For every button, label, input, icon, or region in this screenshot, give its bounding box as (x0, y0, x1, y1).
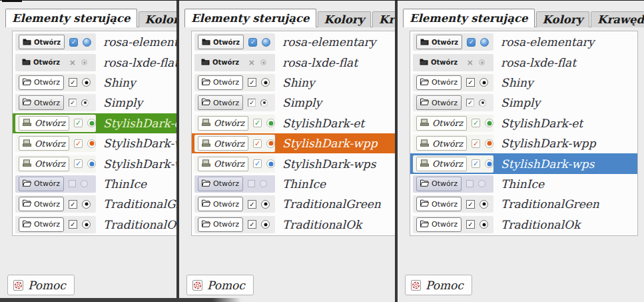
tab-elementy-sterujące[interactable]: Elementy sterujące (5, 9, 137, 27)
theme-radio[interactable] (81, 99, 89, 107)
open-theme-button[interactable]: Otwórz (416, 136, 467, 151)
open-theme-button[interactable]: Otwórz (198, 55, 242, 70)
theme-checkbox[interactable] (466, 220, 475, 229)
theme-radio[interactable] (485, 139, 493, 148)
theme-checkbox[interactable] (69, 78, 77, 87)
theme-checkbox[interactable] (69, 180, 76, 187)
theme-checkbox[interactable] (466, 99, 474, 107)
theme-radio[interactable] (480, 200, 488, 209)
theme-radio[interactable] (485, 119, 493, 127)
open-theme-button[interactable]: Otwórz (198, 35, 244, 49)
theme-radio[interactable] (480, 38, 489, 47)
tab-krawędź-okna[interactable]: Krawędź okna (372, 11, 395, 27)
theme-checkbox[interactable] (247, 58, 256, 67)
theme-radio[interactable] (260, 59, 266, 65)
open-theme-button[interactable]: Otwórz (416, 55, 461, 70)
theme-row[interactable]: OtwórzStylishDark-wpp (192, 133, 395, 153)
theme-checkbox[interactable] (472, 139, 480, 148)
theme-radio[interactable] (261, 78, 270, 87)
theme-list[interactable]: Otwórzrosa-elementaryOtwórzrosa-lxde-fla… (410, 31, 638, 236)
theme-row[interactable]: OtwórzTraditionalGreen (13, 194, 176, 214)
tab-krawędź-okna[interactable]: Krawędź okna (591, 11, 644, 27)
theme-checkbox[interactable] (248, 200, 256, 209)
theme-checkbox[interactable] (69, 200, 77, 209)
theme-row[interactable]: OtwórzSimply (410, 93, 637, 113)
theme-checkbox[interactable] (69, 99, 77, 107)
theme-checkbox[interactable] (248, 220, 256, 229)
open-theme-button[interactable]: Otwórz (19, 55, 63, 70)
theme-row[interactable]: OtwórzTraditionalOk (13, 215, 176, 235)
open-theme-button[interactable]: Otwórz (19, 116, 69, 131)
theme-checkbox[interactable] (466, 58, 474, 67)
theme-checkbox[interactable] (248, 38, 257, 47)
open-theme-button[interactable]: Otwórz (416, 157, 467, 171)
theme-radio[interactable] (87, 119, 96, 127)
open-theme-button[interactable]: Otwórz (19, 35, 65, 49)
help-button[interactable]: Pomoc (405, 275, 472, 295)
theme-row[interactable]: Otwórzrosa-elementary (13, 32, 176, 52)
open-theme-button[interactable]: Otwórz (19, 157, 69, 171)
theme-checkbox[interactable] (253, 119, 262, 127)
open-theme-button[interactable]: Otwórz (416, 35, 462, 49)
theme-radio[interactable] (81, 180, 88, 187)
theme-row[interactable]: OtwórzThinIce (13, 174, 176, 194)
theme-radio[interactable] (485, 159, 493, 168)
theme-radio[interactable] (261, 200, 270, 209)
theme-radio[interactable] (260, 180, 267, 187)
theme-row[interactable]: OtwórzStylishDark-et (13, 113, 176, 133)
open-theme-button[interactable]: Otwórz (19, 217, 64, 232)
theme-checkbox[interactable] (248, 180, 255, 187)
theme-checkbox[interactable] (253, 159, 262, 168)
theme-row[interactable]: OtwórzTraditionalOk (192, 215, 395, 235)
theme-radio[interactable] (82, 78, 91, 87)
theme-radio[interactable] (81, 59, 87, 65)
open-theme-button[interactable]: Otwórz (416, 197, 462, 211)
theme-checkbox[interactable] (466, 200, 475, 209)
theme-checkbox[interactable] (68, 58, 77, 67)
theme-radio[interactable] (478, 180, 485, 187)
theme-row[interactable]: OtwórzStylishDark-wps (410, 153, 637, 173)
theme-row[interactable]: OtwórzSimply (192, 93, 395, 113)
theme-radio[interactable] (262, 38, 270, 47)
open-theme-button[interactable]: Otwórz (416, 217, 462, 232)
theme-checkbox[interactable] (472, 159, 480, 168)
open-theme-button[interactable]: Otwórz (416, 116, 467, 131)
tab-elementy-sterujące[interactable]: Elementy sterujące (184, 9, 316, 27)
theme-radio[interactable] (87, 139, 96, 148)
theme-radio[interactable] (266, 159, 275, 168)
theme-checkbox[interactable] (467, 38, 476, 47)
open-theme-button[interactable]: Otwórz (198, 197, 243, 211)
theme-row[interactable]: Otwórzrosa-lxde-flat (410, 52, 637, 72)
open-theme-button[interactable]: Otwórz (198, 157, 248, 171)
open-theme-button[interactable]: Otwórz (19, 75, 64, 90)
open-theme-button[interactable]: Otwórz (19, 95, 64, 110)
theme-radio[interactable] (266, 139, 275, 148)
theme-row[interactable]: OtwórzTraditionalGreen (192, 194, 395, 214)
theme-checkbox[interactable] (74, 139, 83, 148)
theme-row[interactable]: Otwórzrosa-elementary (192, 32, 395, 52)
theme-row[interactable]: OtwórzTraditionalGreen (410, 194, 637, 214)
theme-radio[interactable] (480, 78, 488, 87)
theme-row[interactable]: OtwórzShiny (192, 73, 395, 93)
open-theme-button[interactable]: Otwórz (19, 136, 69, 151)
open-theme-button[interactable]: Otwórz (416, 95, 462, 110)
open-theme-button[interactable]: Otwórz (19, 177, 64, 191)
theme-radio[interactable] (261, 220, 270, 229)
theme-checkbox[interactable] (74, 159, 83, 168)
open-theme-button[interactable]: Otwórz (198, 217, 243, 232)
theme-radio[interactable] (266, 119, 275, 127)
help-button[interactable]: Pomoc (7, 275, 75, 295)
theme-row[interactable]: OtwórzStylishDark-et (192, 113, 395, 133)
theme-row[interactable]: OtwórzStylishDark-et (410, 113, 637, 133)
theme-radio[interactable] (260, 99, 268, 107)
theme-radio[interactable] (479, 99, 486, 107)
theme-row[interactable]: Otwórzrosa-elementary (410, 32, 637, 52)
theme-row[interactable]: Otwórzrosa-lxde-flat (192, 52, 395, 72)
theme-row[interactable]: OtwórzThinIce (192, 174, 395, 194)
theme-checkbox[interactable] (466, 180, 474, 187)
tab-kolory[interactable]: Kolory (139, 11, 176, 27)
theme-row[interactable]: OtwórzShiny (13, 73, 176, 93)
tab-kolory[interactable]: Kolory (536, 11, 590, 27)
theme-row[interactable]: OtwórzSimply (13, 93, 176, 113)
theme-row[interactable]: OtwórzStylishDark-wpp (410, 133, 637, 153)
